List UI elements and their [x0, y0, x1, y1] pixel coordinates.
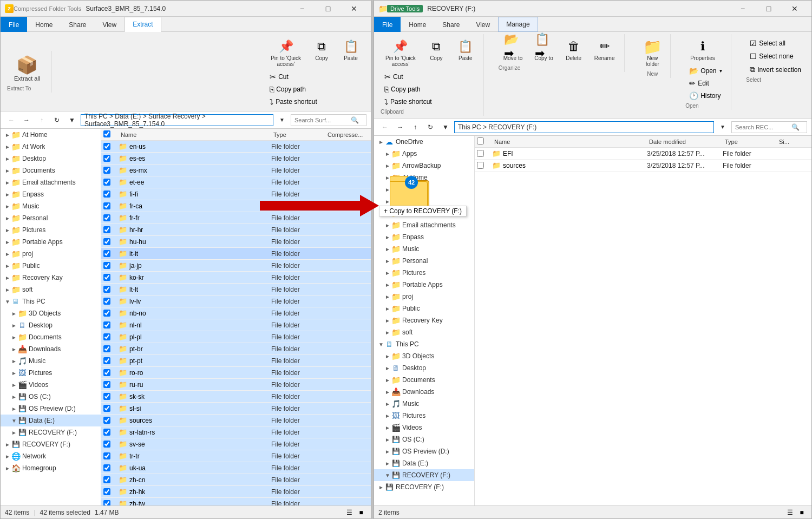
- left-file-row[interactable]: 📁 zh-cn File folder: [101, 474, 371, 486]
- tree-item-pictures[interactable]: ► 📁 Pictures: [1, 224, 101, 236]
- tree-item-videos[interactable]: ► 🎬 Videos: [1, 379, 101, 391]
- left-file-row[interactable]: 📁 pt-pt File folder: [101, 355, 371, 367]
- left-file-row[interactable]: 📁 et-ee File folder: [101, 176, 371, 188]
- file-checkbox[interactable]: [103, 476, 110, 483]
- right-path-expand-btn[interactable]: ▼: [439, 121, 452, 134]
- tree-item-desktop-pc[interactable]: ► 🖥 Desktop: [1, 319, 101, 331]
- left-file-row[interactable]: 📁 hr-hr File folder: [101, 224, 371, 236]
- left-large-icon-view-btn[interactable]: ■: [356, 507, 366, 518]
- tree-item-drive-f2[interactable]: ► 💾 RECOVERY (F:): [1, 438, 101, 450]
- open-btn-right[interactable]: 📂 Open ▼: [685, 65, 726, 77]
- left-search-input[interactable]: [294, 117, 349, 123]
- file-checkbox[interactable]: [103, 333, 110, 340]
- paste-btn-right[interactable]: 📋 Paste: [452, 35, 479, 70]
- left-back-btn[interactable]: ←: [5, 114, 18, 127]
- tree-item-r-drive-f[interactable]: ▼ 💾 RECOVERY (F:): [374, 469, 474, 481]
- delete-btn-right[interactable]: 🗑 Delete: [560, 35, 587, 64]
- left-file-row[interactable]: 📁 uk-ua File folder: [101, 462, 371, 474]
- left-file-row[interactable]: 📁 sv-se File folder: [101, 438, 371, 450]
- invert-selection-btn[interactable]: ⧉ Invert selection: [746, 63, 805, 76]
- tab-home-left[interactable]: Home: [27, 17, 61, 32]
- tree-item-at-work[interactable]: ► 📁 At Work: [1, 141, 101, 153]
- tab-file-left[interactable]: File: [1, 17, 27, 32]
- left-file-row[interactable]: 📁 lv-lv File folder: [101, 295, 371, 307]
- right-large-icon-view-btn[interactable]: ■: [796, 507, 807, 518]
- tree-item-r-arrowbackup[interactable]: ► 📁 ArrowBackup: [374, 160, 474, 172]
- file-checkbox[interactable]: [103, 274, 110, 281]
- tree-item-drive-f1[interactable]: ► 💾 RECOVERY (F:): [1, 426, 101, 438]
- file-checkbox[interactable]: [103, 417, 110, 424]
- tree-item-3d-objects[interactable]: ► 📁 3D Objects: [1, 307, 101, 319]
- copy-btn-left[interactable]: ⧉ Copy: [308, 35, 335, 70]
- left-file-row[interactable]: 📁 nb-no File folder: [101, 307, 371, 319]
- tree-item-r-this-pc[interactable]: ▼ 🖥 This PC: [374, 338, 474, 350]
- col-header-name[interactable]: Name: [119, 132, 271, 138]
- tree-item-enpass[interactable]: ► 📁 Enpass: [1, 188, 101, 200]
- left-file-row[interactable]: 📁 ja-jp File folder: [101, 260, 371, 272]
- left-file-row[interactable]: 📁 lt-lt File folder: [101, 284, 371, 295]
- left-file-row[interactable]: 📁 sources File folder: [101, 415, 371, 426]
- tree-item-music[interactable]: ► 📁 Music: [1, 200, 101, 212]
- tab-file-right[interactable]: File: [374, 17, 401, 32]
- file-checkbox[interactable]: [103, 369, 110, 376]
- right-address-path[interactable]: This PC > RECOVERY (F:): [454, 121, 714, 133]
- properties-btn-right[interactable]: ℹ Properties: [685, 35, 720, 64]
- paste-shortcut-btn-right[interactable]: ⤵ Paste shortcut: [381, 96, 436, 108]
- tree-item-this-pc[interactable]: ▼ 🖥 This PC: [1, 295, 101, 307]
- left-file-row[interactable]: 📁 fr-fr File folder: [101, 212, 371, 224]
- left-file-row[interactable]: 📁 fi-fi File folder: [101, 188, 371, 200]
- left-file-row[interactable]: 📁 en-us File folder: [101, 141, 371, 153]
- file-checkbox[interactable]: [103, 405, 110, 412]
- tree-item-downloads[interactable]: ► 📥 Downloads: [1, 343, 101, 355]
- select-all-btn-right[interactable]: ☑ Select all: [746, 37, 805, 49]
- file-checkbox[interactable]: [103, 143, 110, 150]
- tree-item-documents[interactable]: ► 📁 Documents: [1, 165, 101, 176]
- select-all-checkbox[interactable]: [103, 130, 110, 137]
- file-checkbox[interactable]: [103, 262, 110, 269]
- col-header-compressed[interactable]: Compresse...: [325, 132, 369, 138]
- right-file-row[interactable]: 📁 sources 3/25/2018 12:57 P... File fold…: [475, 160, 811, 172]
- tree-item-drive-d[interactable]: ► 💾 OS Preview (D:): [1, 403, 101, 415]
- file-checkbox[interactable]: [103, 381, 110, 388]
- right-back-btn[interactable]: ←: [378, 121, 391, 134]
- new-folder-btn[interactable]: 📁 Newfolder: [639, 35, 666, 70]
- file-checkbox[interactable]: [103, 214, 110, 221]
- file-checkbox[interactable]: [103, 464, 110, 471]
- right-file-row[interactable]: 📁 EFI 3/25/2018 12:57 P... File folder: [475, 148, 811, 160]
- left-details-view-btn[interactable]: ☰: [344, 507, 355, 518]
- left-file-row[interactable]: 📁 fr-ca File folder: [101, 200, 371, 212]
- tab-view-left[interactable]: View: [94, 17, 125, 32]
- tree-item-r-downloads[interactable]: ► 📥 Downloads: [374, 386, 474, 398]
- tree-item-recovery-key[interactable]: ► 📁 Recovery Kay: [1, 272, 101, 284]
- left-file-row[interactable]: 📁 sr-latn-rs File folder: [101, 426, 371, 438]
- left-file-row[interactable]: 📁 hu-hu File folder: [101, 236, 371, 248]
- tab-home-right[interactable]: Home: [401, 17, 434, 32]
- file-checkbox[interactable]: [103, 155, 110, 162]
- left-refresh-btn[interactable]: ↻: [50, 114, 63, 127]
- left-file-row[interactable]: 📁 pt-br File folder: [101, 343, 371, 355]
- tree-item-documents-pc[interactable]: ► 📁 Documents: [1, 331, 101, 343]
- tree-item-r-docs-pc[interactable]: ► 📁 Documents: [374, 374, 474, 386]
- right-col-size[interactable]: Si...: [777, 139, 809, 145]
- file-checkbox[interactable]: [103, 167, 110, 174]
- tree-item-at-home[interactable]: ► 📁 At Home: [1, 129, 101, 141]
- left-path-expand-btn[interactable]: ▼: [66, 114, 78, 127]
- file-checkbox[interactable]: [103, 310, 110, 317]
- tab-share-left[interactable]: Share: [61, 17, 94, 32]
- select-none-btn-right[interactable]: ☐ Select none: [746, 50, 805, 62]
- tree-item-r-personal[interactable]: ► 📁 Personal: [374, 255, 474, 267]
- left-address-path[interactable]: This PC > Data (E:) > Surface Recovery >…: [81, 114, 273, 126]
- tab-view-right[interactable]: View: [468, 17, 498, 32]
- tree-item-drive-e[interactable]: ▼ 💾 Data (E:): [1, 415, 101, 426]
- tree-item-r-desktop[interactable]: ► 📁 Desktop: [374, 195, 474, 207]
- file-checkbox[interactable]: [103, 357, 110, 364]
- right-close-btn[interactable]: ✕: [782, 1, 807, 17]
- tree-item-r-email[interactable]: ► 📁 Email attachments: [374, 219, 474, 231]
- tree-item-homegroup[interactable]: ► 🏠 Homegroup: [1, 462, 101, 474]
- left-close-btn[interactable]: ✕: [342, 1, 366, 17]
- tree-item-music-pc[interactable]: ► 🎵 Music: [1, 355, 101, 367]
- left-file-row[interactable]: 📁 pl-pl File folder: [101, 331, 371, 343]
- left-up-btn[interactable]: ↑: [35, 114, 48, 127]
- cut-btn-left[interactable]: ✂ Cut: [266, 71, 321, 83]
- right-search-collapse-btn[interactable]: ▼: [716, 121, 729, 134]
